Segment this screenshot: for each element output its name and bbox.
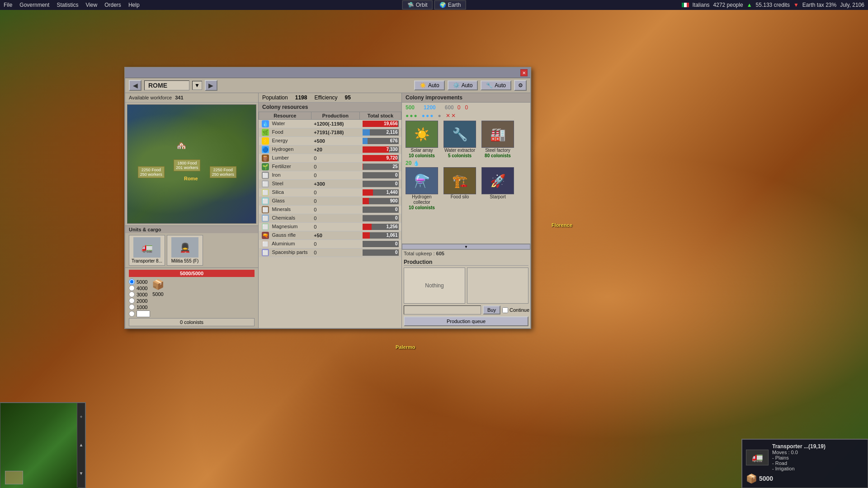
stock-value: 0 [395, 181, 398, 187]
scroll-down-improvements[interactable]: ▼ [402, 244, 530, 249]
cargo-custom-input[interactable] [137, 310, 150, 317]
italy-flag-icon [682, 3, 689, 7]
resource-production-cell: 0 [311, 223, 359, 231]
buy-input[interactable] [404, 305, 481, 314]
production-header: Production [404, 259, 528, 266]
resource-row: ⬜ Glass 0 900 [259, 197, 401, 206]
improvement-starport[interactable]: 🚀 Starport [480, 167, 516, 200]
production-area: Nothing [404, 267, 528, 304]
main-dialog: ✕ ◀ ROME ▼ ▶ ☀️ Auto ⚙️ Auto 🔧 Auto ⚙ Av… [124, 67, 531, 329]
menu-help[interactable]: Help [125, 1, 143, 9]
menu-statistics[interactable]: Statistics [53, 1, 82, 9]
resource-stock-cell: 676 [360, 137, 401, 145]
stock-bar: 1,440 [363, 189, 399, 196]
stock-bar: 0 [363, 181, 399, 187]
cargo-radio-3000[interactable] [129, 291, 135, 297]
water-dot-2-icon: ● [426, 113, 429, 119]
population-display: 4272 people [713, 2, 743, 8]
cargo-radio-2000[interactable] [129, 298, 135, 304]
cargo-radio-4000[interactable] [129, 285, 135, 291]
population-bar: Population 1198 Efficiency 95 [259, 93, 401, 103]
production-queue-button[interactable]: Production queue [404, 316, 528, 326]
militia-unit-icon: 💂 [171, 237, 198, 258]
menu-government[interactable]: Government [16, 1, 53, 9]
cargo-radio-custom[interactable] [129, 311, 135, 317]
resource-name-cell: 💧 Water [259, 120, 311, 128]
settings-button[interactable]: ⚙ [514, 80, 527, 91]
nav-forward-button[interactable]: ▶ [205, 80, 217, 91]
stock-bar: 1,256 [363, 224, 399, 230]
orbit-earth-buttons: 🛸 Orbit 🌍 Earth [402, 0, 466, 9]
transporter-unit-label: Transporter 8... [131, 258, 163, 263]
unit-card-transporter[interactable]: 🚛 Transporter 8... [129, 235, 165, 266]
earth-icon: 🌍 [439, 2, 446, 8]
units-grid: 🚛 Transporter 8... 💂 Militia 555 (F) [125, 233, 258, 267]
cargo-item-display-icon: 📦 [152, 279, 164, 291]
continue-checkbox-input[interactable] [502, 307, 508, 313]
water-extractor-name: Water extractor [442, 148, 478, 153]
dialog-close-button[interactable]: ✕ [520, 69, 528, 76]
starport-name: Starport [480, 194, 516, 200]
auto-button-3[interactable]: 🔧 Auto [481, 80, 511, 90]
food-tile-left: 2250 Food250 workers [138, 166, 165, 178]
auto-button-2[interactable]: ⚙️ Auto [448, 80, 478, 90]
minimap-scroll-down[interactable]: ▼ [77, 469, 85, 478]
improvement-water-extractor[interactable]: 🔧 Water extractor 5 colonists [442, 121, 478, 158]
colonists-badge: 0 colonists [129, 318, 255, 326]
cost-20: 20 [406, 160, 411, 166]
resource-name-cell: ⬜ Chemicals [259, 214, 311, 223]
city-dropdown-button[interactable]: ▼ [192, 81, 202, 90]
stock-bar: 0 [363, 215, 399, 221]
cost-drop-icon: 💧 [413, 160, 420, 166]
water-extractor-icon: 🔧 [443, 121, 476, 148]
city-palermo-label: Palermo [396, 344, 415, 350]
menu-view[interactable]: View [82, 1, 101, 9]
credits-display: 55.133 credits [756, 2, 790, 8]
stock-bar: 2,116 [363, 129, 399, 136]
city-florence-label: Florence [552, 222, 572, 228]
stock-bar-fill [363, 164, 363, 170]
buy-button[interactable]: Buy [483, 305, 500, 314]
colony-map[interactable]: 2250 Food250 workers 1800 Food201 worker… [127, 104, 256, 224]
cargo-radio-5000[interactable] [129, 279, 135, 285]
cargo-radio-1000[interactable] [129, 304, 135, 310]
improvement-costs-row: 500 1200 600 0 0 [404, 104, 528, 111]
dialog-titlebar: ✕ [125, 68, 530, 78]
resource-row: ⬜ Minerals 0 0 [259, 206, 401, 214]
buy-area: Buy Continue [404, 305, 528, 314]
resource-row: ⚡ Energy +500 676 [259, 137, 401, 145]
hydrogen-collector-icon: ⚗️ [406, 167, 438, 194]
improvement-steel-factory[interactable]: 🏭 Steel factory 80 colonists [480, 121, 516, 158]
minimap-scroll-up[interactable]: ▲ [77, 441, 85, 450]
stock-value: 7,330 [386, 146, 397, 153]
resources-table: Resource Production Total stock 💧 Water … [259, 112, 401, 328]
stock-bar: 0 [363, 241, 399, 247]
transporter-unit-icon: 🚛 [133, 237, 160, 258]
resource-name-cell: ⬜ Spaceship parts [259, 249, 311, 257]
water-dot-3-icon: ● [430, 113, 433, 119]
improvement-food-silo[interactable]: 🏗️ Food silo [442, 167, 478, 200]
resource-stock-cell: 0 [360, 214, 401, 223]
improvement-solar-array[interactable]: ☀️ Solar array 10 colonists [404, 121, 440, 158]
menu-orders[interactable]: Orders [101, 1, 125, 9]
food-silo-name: Food silo [442, 194, 478, 200]
nav-back-button[interactable]: ◀ [129, 80, 142, 91]
auto-button-1[interactable]: ☀️ Auto [414, 80, 445, 90]
transporter-info-panel: 🚛 Transporter ...(19,19) Moves : 0.0 - P… [741, 439, 868, 488]
minimap-zoom-in[interactable]: + [77, 413, 85, 422]
stock-value: 0 [395, 215, 398, 221]
top-menu-bar: File Government Statistics View Orders H… [0, 0, 868, 10]
stock-bar: 7,330 [363, 146, 399, 153]
earth-button[interactable]: 🌍 Earth [434, 0, 466, 9]
resource-production-cell: +7191(-7188) [311, 128, 359, 137]
nation-label: Italians [693, 2, 710, 8]
resource-production-cell: 0 [311, 249, 359, 257]
cost-water-1200: 1200 [424, 104, 436, 111]
minimap-controls: + ▲ ▼ [77, 403, 85, 488]
orbit-button[interactable]: 🛸 Orbit [402, 0, 433, 9]
minimap-panel: + ▲ ▼ [0, 402, 86, 488]
stock-bar-fill [363, 189, 373, 196]
unit-card-militia[interactable]: 💂 Militia 555 (F) [167, 235, 203, 266]
improvement-hydrogen-collector[interactable]: ⚗️ Hydrogen collector 10 colonists [404, 167, 440, 210]
menu-file[interactable]: File [0, 1, 16, 9]
